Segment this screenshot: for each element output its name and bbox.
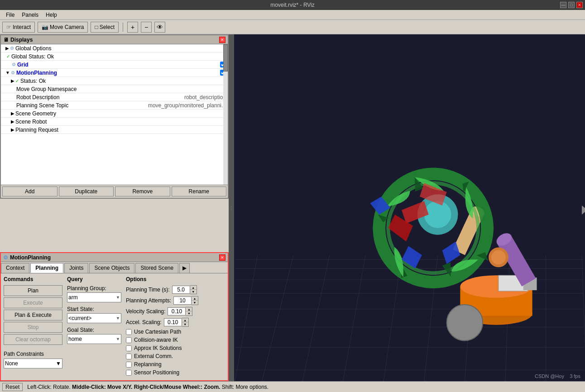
collision-aware-ik-checkbox[interactable] bbox=[126, 337, 132, 343]
replanning-checkbox[interactable] bbox=[126, 362, 132, 368]
menubar: File Panels Help bbox=[0, 10, 585, 20]
displays-buttons: Add Duplicate Remove Rename bbox=[1, 185, 228, 198]
tab-stored-scene[interactable]: Stored Scene bbox=[135, 263, 178, 273]
external-comm-checkbox[interactable] bbox=[126, 354, 132, 359]
pg-arrow: ▼ bbox=[116, 295, 120, 300]
interact-button[interactable]: ☞ Interact bbox=[2, 22, 35, 33]
accel-scaling-spin[interactable]: ▲ ▼ bbox=[164, 318, 189, 327]
displays-panel-title: 🖥 Displays bbox=[3, 37, 33, 43]
maximize-button[interactable]: □ bbox=[568, 2, 575, 8]
display-item-scene-robot[interactable]: ▶ Scene Robot bbox=[1, 118, 228, 126]
display-item-robot-description[interactable]: Robot Description robot_description bbox=[1, 93, 228, 101]
reset-button[interactable]: Reset bbox=[2, 383, 23, 391]
move-camera-button[interactable]: 📷 Move Camera bbox=[38, 22, 88, 33]
menu-file[interactable]: File bbox=[2, 11, 18, 19]
display-item-motion-planning[interactable]: ▼ ⚙ MotionPlanning bbox=[1, 69, 228, 77]
eye-icon-button[interactable]: 👁 bbox=[154, 22, 165, 33]
display-item-global-status[interactable]: ✓ Global Status: Ok bbox=[1, 53, 228, 61]
approx-ik-checkbox[interactable] bbox=[126, 345, 132, 351]
planning-attempts-up[interactable]: ▲ bbox=[192, 296, 198, 301]
resize-handle[interactable]: ⋮ bbox=[229, 34, 234, 381]
toolbar-separator bbox=[123, 23, 123, 32]
goal-state-label: Goal State: bbox=[67, 327, 121, 333]
check-icon: ✓ bbox=[6, 54, 10, 59]
goal-state-select[interactable]: home ▼ bbox=[67, 334, 121, 344]
planning-time-label: Planning Time (s): bbox=[126, 287, 170, 293]
add-display-button[interactable]: Add bbox=[2, 186, 58, 196]
close-button[interactable]: ✕ bbox=[576, 2, 583, 8]
scene-geo-arrow[interactable]: ▶ bbox=[11, 111, 14, 116]
planning-group-label: Planning Group: bbox=[67, 285, 121, 292]
menu-panels[interactable]: Panels bbox=[18, 11, 42, 19]
scrollbar-thumb[interactable] bbox=[223, 44, 228, 72]
display-item-status-ok[interactable]: ▶ ✓ Status: Ok bbox=[1, 77, 228, 85]
velocity-scaling-spin[interactable]: ▲ ▼ bbox=[168, 307, 192, 316]
tab-joints[interactable]: Joints bbox=[64, 263, 88, 273]
main-layout: 🖥 Displays ✕ ▶ ⚙ Global Options ✓ bbox=[0, 34, 585, 381]
display-item-planning-request[interactable]: ▶ Planning Request bbox=[1, 126, 228, 134]
tabs-row: Context Planning Joints Scene Objects St… bbox=[1, 262, 228, 273]
planning-req-arrow[interactable]: ▶ bbox=[11, 127, 14, 132]
planning-time-spin[interactable]: ▲ ▼ bbox=[172, 285, 197, 294]
tab-context[interactable]: Context bbox=[1, 263, 29, 273]
planning-attempts-down[interactable]: ▼ bbox=[192, 301, 198, 305]
titlebar-controls[interactable]: — □ ✕ bbox=[560, 2, 583, 8]
display-item-planning-scene[interactable]: Planning Scene Topic move_group/monitore… bbox=[1, 101, 228, 110]
planning-time-up[interactable]: ▲ bbox=[190, 286, 197, 290]
planning-attempts-spin[interactable]: ▲ ▼ bbox=[173, 296, 198, 305]
3d-viewport[interactable]: CSDN @Hoy 3 fps bbox=[234, 34, 585, 381]
velocity-scaling-input[interactable] bbox=[168, 307, 186, 316]
vel-up[interactable]: ▲ bbox=[186, 307, 192, 311]
display-item-move-group[interactable]: Move Group Namespace bbox=[1, 85, 228, 93]
tab-planning[interactable]: Planning bbox=[30, 263, 63, 273]
vel-down[interactable]: ▼ bbox=[186, 311, 192, 316]
accel-up[interactable]: ▲ bbox=[182, 318, 188, 322]
settings-icon-mp: ⚙ bbox=[11, 70, 15, 75]
planning-time-row: Planning Time (s): ▲ ▼ bbox=[126, 285, 225, 294]
remove-display-button[interactable]: Remove bbox=[115, 186, 170, 196]
replanning-row: Replanning bbox=[126, 361, 225, 368]
interact-icon: ☞ bbox=[6, 24, 11, 30]
display-item-scene-geometry[interactable]: ▶ Scene Geometry bbox=[1, 110, 228, 118]
minimize-button[interactable]: — bbox=[560, 2, 566, 8]
planning-attempts-label: Planning Attempts: bbox=[126, 297, 171, 304]
displays-scrollbar[interactable] bbox=[223, 44, 228, 185]
display-item-global-options[interactable]: ▶ ⚙ Global Options bbox=[1, 44, 228, 53]
planning-time-down[interactable]: ▼ bbox=[190, 290, 197, 294]
status-arrow[interactable]: ▶ bbox=[11, 78, 14, 83]
planning-group-field: Planning Group: arm ▼ bbox=[67, 285, 121, 302]
stop-button[interactable]: Stop bbox=[4, 322, 62, 333]
accel-down[interactable]: ▼ bbox=[182, 322, 188, 326]
plan-button[interactable]: Plan bbox=[4, 285, 62, 296]
path-constraints-select[interactable]: None ▼ bbox=[4, 359, 62, 368]
expand-arrow-mp[interactable]: ▼ bbox=[5, 70, 10, 75]
remove-icon-button[interactable]: − bbox=[141, 22, 152, 33]
menu-help[interactable]: Help bbox=[42, 11, 61, 19]
velocity-scaling-arrows: ▲ ▼ bbox=[186, 307, 192, 316]
start-state-select[interactable]: <current> ▼ bbox=[67, 313, 121, 323]
add-icon-button[interactable]: + bbox=[127, 22, 138, 33]
accel-scaling-row: Accel. Scaling: ▲ ▼ bbox=[126, 318, 225, 327]
planning-attempts-input[interactable] bbox=[173, 296, 192, 305]
tab-scene-objects[interactable]: Scene Objects bbox=[89, 263, 134, 273]
planning-group-select[interactable]: arm ▼ bbox=[67, 292, 121, 302]
tab-more-button[interactable]: ▶ bbox=[179, 263, 190, 273]
rename-display-button[interactable]: Rename bbox=[172, 186, 227, 196]
planning-time-input[interactable] bbox=[172, 286, 190, 294]
display-item-grid[interactable]: ⚙ Grid bbox=[1, 61, 228, 69]
use-cartesian-path-checkbox[interactable] bbox=[126, 329, 132, 335]
motion-panel-close-button[interactable]: ✕ bbox=[219, 254, 225, 261]
duplicate-display-button[interactable]: Duplicate bbox=[59, 186, 114, 196]
accel-scaling-input[interactable] bbox=[164, 318, 182, 326]
expand-arrow[interactable]: ▶ bbox=[5, 46, 9, 51]
external-comm-label: External Comm. bbox=[134, 353, 173, 359]
plan-execute-button[interactable]: Plan & Execute bbox=[4, 310, 62, 320]
clear-octomap-button[interactable]: Clear octomap bbox=[4, 334, 62, 345]
accel-scaling-label: Accel. Scaling: bbox=[126, 319, 162, 325]
select-button[interactable]: □ Select bbox=[91, 22, 119, 33]
scene-robot-arrow[interactable]: ▶ bbox=[11, 119, 14, 124]
displays-close-button[interactable]: ✕ bbox=[219, 37, 225, 43]
collision-aware-ik-label: Collision-aware IK bbox=[134, 337, 178, 343]
execute-button[interactable]: Execute bbox=[4, 297, 62, 308]
sensor-positioning-checkbox[interactable] bbox=[126, 370, 132, 376]
